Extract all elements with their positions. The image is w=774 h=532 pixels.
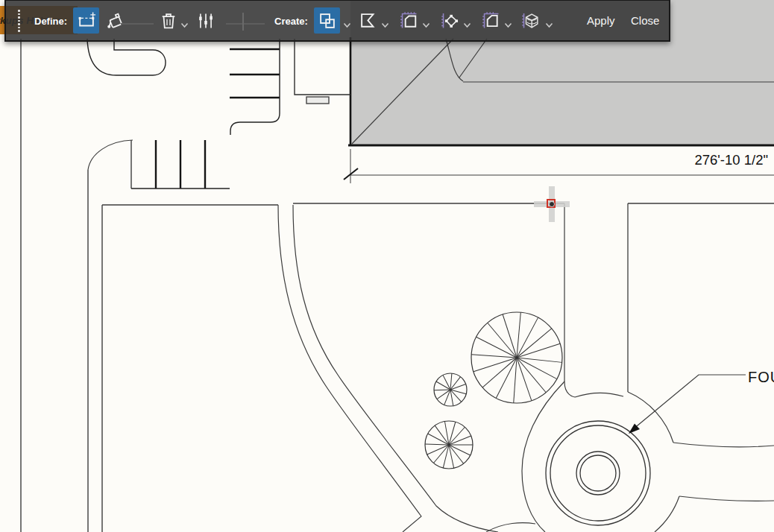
delete-button[interactable] bbox=[159, 11, 178, 31]
sliders-icon bbox=[196, 11, 215, 31]
plaza-left-edge bbox=[522, 381, 564, 532]
volume-measurement-button[interactable] bbox=[521, 11, 541, 31]
chevron-down-icon bbox=[180, 22, 189, 28]
create-space-button[interactable] bbox=[314, 7, 340, 34]
chevron-down-icon bbox=[545, 22, 553, 28]
parking-stall-lines-lower bbox=[156, 140, 205, 189]
create-label: Create: bbox=[274, 16, 308, 27]
fill-button[interactable] bbox=[106, 11, 125, 31]
joined-regions-icon bbox=[318, 11, 337, 31]
fountain bbox=[546, 421, 650, 525]
chevron-down-icon bbox=[422, 22, 430, 28]
app-window: 276'-10 1/2" bbox=[0, 0, 774, 532]
toolbar-drag-handle[interactable] bbox=[18, 10, 21, 32]
fountain-label: FOU bbox=[748, 369, 774, 385]
volume-dropdown-chevron[interactable] bbox=[545, 18, 553, 31]
chevron-down-icon bbox=[504, 22, 512, 28]
toolbar-separator bbox=[226, 23, 265, 25]
trash-icon bbox=[159, 11, 178, 31]
site-plan-drawing: 276'-10 1/2" bbox=[0, 0, 774, 532]
paint-bucket-icon bbox=[106, 11, 125, 31]
polygon-tool-button[interactable] bbox=[359, 11, 378, 31]
chevron-down-icon bbox=[343, 22, 351, 28]
area-measurement-button[interactable] bbox=[400, 11, 419, 31]
area-cutout-dropdown-chevron[interactable] bbox=[504, 18, 512, 31]
create-space-dropdown-chevron[interactable] bbox=[343, 18, 351, 31]
adjust-button[interactable] bbox=[196, 11, 215, 31]
apply-button[interactable]: Apply bbox=[587, 14, 615, 27]
toolbar-separator bbox=[121, 23, 154, 25]
polygon-icon bbox=[359, 11, 378, 31]
vertices-measurement-icon bbox=[441, 10, 460, 31]
area-cutout-icon bbox=[482, 10, 501, 31]
planter-beds bbox=[102, 203, 774, 532]
define-boundary-icon bbox=[77, 11, 96, 31]
building-wall bbox=[295, 39, 350, 104]
curb-island bbox=[87, 39, 166, 75]
define-label: Define: bbox=[34, 16, 67, 27]
parking-stall-lines-upper bbox=[230, 49, 280, 98]
tree-symbol-medium bbox=[425, 421, 473, 469]
delete-dropdown-chevron[interactable] bbox=[180, 18, 189, 31]
define-boundary-button[interactable] bbox=[73, 7, 99, 34]
area-measurement-icon bbox=[400, 10, 419, 31]
vertices-dropdown-chevron[interactable] bbox=[463, 18, 471, 31]
toolbar-divider bbox=[242, 13, 244, 31]
vertices-measurement-button[interactable] bbox=[441, 11, 460, 31]
volume-measurement-icon bbox=[521, 10, 541, 31]
dimension: 276'-10 1/2" bbox=[344, 149, 774, 183]
close-button[interactable]: Close bbox=[631, 14, 659, 27]
dimension-text: 276'-10 1/2" bbox=[694, 152, 768, 168]
dynamic-fill-toolbar: Define: bbox=[4, 0, 670, 42]
area-cutout-button[interactable] bbox=[482, 11, 501, 31]
chevron-down-icon bbox=[381, 22, 389, 28]
chevron-down-icon bbox=[463, 22, 471, 28]
fountain-callout: FOU bbox=[629, 369, 774, 434]
parking-lot bbox=[21, 39, 280, 532]
polygon-dropdown-chevron[interactable] bbox=[381, 18, 389, 31]
area-measurement-dropdown-chevron[interactable] bbox=[422, 18, 430, 31]
tree-symbol-large bbox=[471, 312, 562, 403]
tree-symbol-small bbox=[434, 373, 467, 406]
